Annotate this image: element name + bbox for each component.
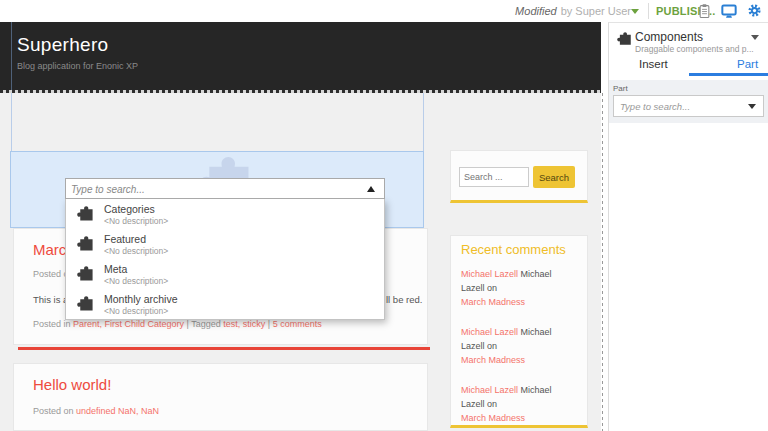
comment-entry: Michael Lazell Michael Lazell on March M…: [461, 325, 577, 367]
panel-collapse-arrow-icon[interactable]: [751, 35, 759, 40]
dropdown-item-description: <No description>: [104, 246, 168, 256]
component-options-list: Categories <No description> Featured <No…: [65, 199, 385, 320]
dropdown-item-name: Featured: [104, 233, 146, 245]
panel-title: Components: [635, 30, 703, 44]
comment-author-link[interactable]: Michael Lazell: [461, 327, 518, 337]
dropdown-item-description: <No description>: [104, 216, 168, 226]
puzzle-part-icon: [77, 265, 94, 282]
post-title-link[interactable]: Hello world!: [33, 376, 111, 393]
site-title: Superhero: [17, 34, 108, 56]
comment-entry: Michael Lazell Michael Lazell on March M…: [461, 383, 577, 425]
comment-post-link[interactable]: March Madness: [461, 355, 525, 365]
combobox-dropdown-arrow-icon[interactable]: [748, 104, 756, 109]
component-search-dropdown: Categories <No description> Featured <No…: [65, 178, 385, 320]
dropdown-item-name: Monthly archive: [104, 293, 178, 305]
dropdown-item-description: <No description>: [104, 276, 168, 286]
part-combobox: [613, 95, 764, 117]
collapse-up-arrow-icon[interactable]: [367, 186, 375, 192]
meta-separator: |: [265, 319, 272, 329]
comment-author-link[interactable]: Michael Lazell: [461, 269, 518, 279]
sidebar-search-widget: Search: [450, 150, 588, 203]
part-combobox-input[interactable]: [614, 97, 763, 117]
region-highlight-line: [11, 93, 12, 151]
recent-comments-title: Recent comments: [461, 242, 577, 257]
components-inspector-panel: Components Draggable components and p...…: [608, 22, 768, 431]
category-links[interactable]: Parent, First Child Category: [73, 319, 184, 329]
dropdown-item-name: Categories: [104, 203, 155, 215]
dropdown-item-meta[interactable]: Meta <No description>: [66, 259, 384, 289]
components-puzzle-icon: [617, 31, 632, 46]
comment-post-link[interactable]: March Madness: [461, 413, 525, 423]
component-search-input[interactable]: [66, 180, 384, 199]
tag-links[interactable]: test, sticky: [223, 319, 265, 329]
recent-comments-widget: Recent comments Michael Lazell Michael L…: [450, 235, 588, 428]
page-right-dashed-border: [602, 93, 603, 431]
tab-insert[interactable]: Insert: [639, 58, 668, 70]
page-canvas: Search Recent comments Michael Lazell Mi…: [0, 93, 601, 431]
status-modified-label: Modified: [515, 5, 557, 17]
post-meta-line: Posted in Parent, First Child Category |…: [33, 319, 322, 329]
tab-part[interactable]: Part: [737, 58, 758, 70]
comment-author-link[interactable]: Michael Lazell: [461, 385, 518, 395]
toolbar-divider: [648, 3, 649, 19]
puzzle-part-icon: [77, 205, 94, 222]
post-divider: [18, 347, 430, 350]
component-search-field: [65, 178, 385, 199]
status-modified-by: by Super User: [561, 5, 631, 17]
region-highlight-line: [11, 22, 12, 90]
post-card-hello-world: Hello world! Posted on undefined NaN, Na…: [13, 363, 428, 431]
gear-icon[interactable]: [747, 3, 762, 18]
post-body-fragment: ll be red.: [386, 294, 422, 305]
posted-on-label: Posted on: [33, 406, 76, 416]
dropdown-item-featured[interactable]: Featured <No description>: [66, 229, 384, 259]
active-tab-underline: [689, 73, 768, 76]
puzzle-part-icon: [77, 235, 94, 252]
tagged-label: | Tagged: [184, 319, 223, 329]
panel-subtitle: Draggable components and p...: [635, 44, 754, 54]
part-section-label: Part: [613, 84, 628, 93]
monitor-icon[interactable]: [721, 4, 737, 19]
search-button[interactable]: Search: [533, 166, 575, 188]
search-input[interactable]: [459, 167, 529, 187]
post-posted-on-line: Posted on undefined NaN, NaN: [33, 406, 159, 416]
dropdown-item-categories[interactable]: Categories <No description>: [66, 199, 384, 229]
part-selector-section: Part: [609, 80, 768, 123]
dropdown-item-name: Meta: [104, 263, 127, 275]
content-status: Modified by Super User: [515, 0, 631, 22]
version-dropdown-arrow-icon[interactable]: [631, 9, 639, 14]
site-header: Superhero Blog application for Enonic XP: [0, 22, 601, 90]
top-toolbar: Modified by Super User PUBLISH...: [0, 0, 768, 22]
dropdown-item-description: <No description>: [104, 306, 168, 316]
post-date-link[interactable]: undefined NaN, NaN: [76, 406, 159, 416]
comment-post-link[interactable]: March Madness: [461, 297, 525, 307]
comments-count-link[interactable]: 5 comments: [273, 319, 322, 329]
content-studio-page-editor: Modified by Super User PUBLISH... Superh…: [0, 0, 768, 431]
region-highlight-line: [423, 93, 424, 152]
puzzle-part-icon: [77, 295, 94, 312]
posted-in-label: Posted in: [33, 319, 73, 329]
clipboard-icon[interactable]: [698, 3, 711, 19]
site-subtitle: Blog application for Enonic XP: [17, 61, 138, 71]
comment-entry: Michael Lazell Michael Lazell on March M…: [461, 267, 577, 309]
dropdown-item-monthly-archive[interactable]: Monthly archive <No description>: [66, 289, 384, 319]
